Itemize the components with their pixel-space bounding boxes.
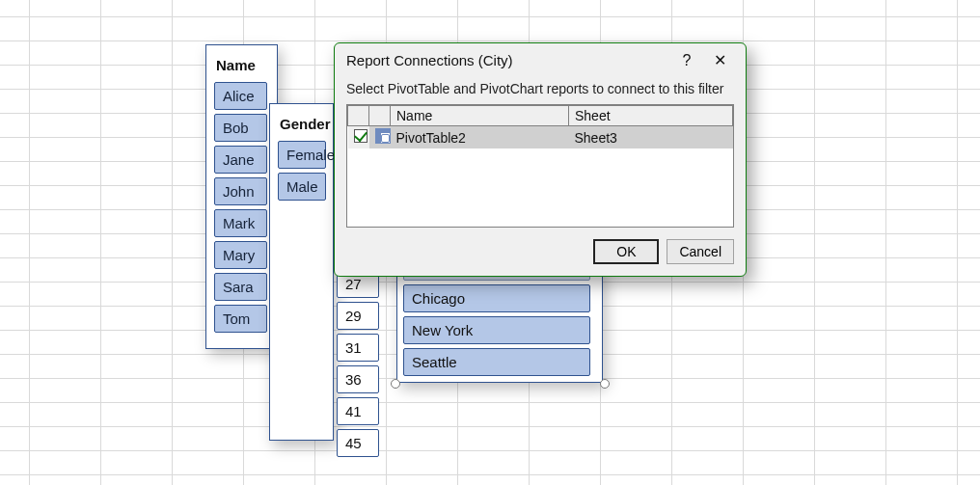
col-name[interactable]: Name [391, 106, 569, 126]
col-check [348, 106, 369, 126]
col-sheet[interactable]: Sheet [569, 106, 733, 126]
slicer-age-item[interactable]: 36 [337, 365, 379, 393]
slicer-name-item[interactable]: Alice [214, 82, 267, 110]
slicer-name-header: Name [214, 53, 269, 82]
slicer-name-item[interactable]: John [214, 177, 267, 205]
slicer-gender-item[interactable]: Female [278, 141, 326, 169]
dialog-description: Select PivotTable and PivotChart reports… [335, 77, 746, 104]
slicer-age-item[interactable]: 45 [337, 429, 379, 457]
table-row[interactable]: PivotTable2 Sheet3 [348, 126, 733, 149]
slicer-name[interactable]: Name Alice Bob Jane John Mark Mary Sara … [205, 44, 278, 349]
slicer-name-item[interactable]: Jane [214, 146, 267, 174]
slicer-city-item[interactable]: New York [403, 316, 590, 344]
slicer-name-item[interactable]: Mark [214, 209, 267, 237]
col-icon [369, 106, 391, 126]
slicer-name-item[interactable]: Bob [214, 114, 267, 142]
dialog-button-row: OK Cancel [335, 239, 746, 276]
slicer-gender[interactable]: Gender Female Male [269, 103, 334, 441]
dialog-title: Report Connections (City) [346, 52, 670, 68]
slicer-age-item[interactable]: 31 [337, 334, 379, 362]
report-connections-dialog: Report Connections (City) ? ✕ Select Piv… [334, 42, 747, 277]
row-sheet: Sheet3 [569, 126, 733, 149]
slicer-age-item[interactable]: 29 [337, 302, 379, 330]
row-checkbox[interactable] [354, 129, 368, 143]
slicer-gender-item[interactable]: Male [278, 173, 326, 201]
row-name: PivotTable2 [391, 126, 569, 149]
dialog-titlebar[interactable]: Report Connections (City) ? ✕ [335, 43, 746, 77]
slicer-age-item[interactable]: 41 [337, 397, 379, 425]
slicer-age[interactable]: 27 29 31 36 41 45 [337, 270, 379, 461]
slicer-city[interactable]: Boston Chicago New York Seattle [396, 267, 603, 383]
slicer-name-items: Alice Bob Jane John Mark Mary Sara Tom [214, 82, 269, 333]
connections-table: Name Sheet PivotTable2 Sheet3 [347, 105, 733, 148]
slicer-name-item[interactable]: Mary [214, 241, 267, 269]
slicer-name-item[interactable]: Sara [214, 273, 267, 301]
slicer-city-item[interactable]: Chicago [403, 284, 590, 312]
pivottable-icon [375, 128, 391, 144]
slicer-gender-header: Gender [278, 112, 325, 141]
cancel-button[interactable]: Cancel [667, 239, 734, 264]
selection-handle-left[interactable] [391, 379, 400, 389]
slicer-gender-items: Female Male [278, 141, 325, 201]
close-button[interactable]: ✕ [703, 51, 736, 69]
slicer-city-item[interactable]: Seattle [403, 348, 590, 376]
selection-handle-right[interactable] [600, 379, 610, 389]
help-button[interactable]: ? [670, 52, 703, 69]
slicer-name-item[interactable]: Tom [214, 305, 267, 333]
connections-table-wrap: Name Sheet PivotTable2 Sheet3 [346, 104, 734, 228]
ok-button[interactable]: OK [593, 239, 659, 264]
